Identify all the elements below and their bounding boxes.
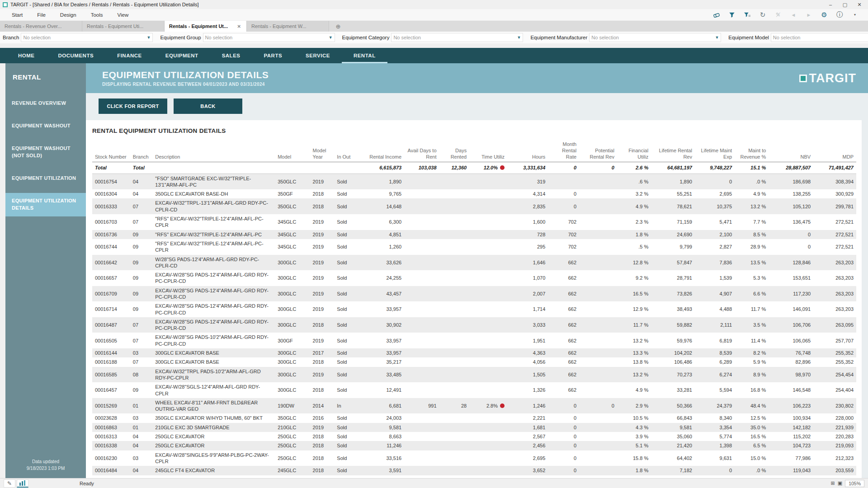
nav-item-home[interactable]: HOME [6,48,47,63]
fit-view-icon[interactable]: ▣ [838,480,842,486]
column-header[interactable]: Days Rented [439,141,470,162]
sidebar-item-equipment-washout[interactable]: EQUIPMENT WASHOUT [5,118,86,134]
cell: 257,707 [813,333,856,348]
column-header[interactable]: Model Year [310,141,335,162]
minimize-icon[interactable]: – [824,0,837,9]
column-header[interactable]: Potential Rental Rev [579,141,617,162]
table-row[interactable]: 0001665709EXCAV-W/28"SG PADS-12'4"ARM-AF… [92,270,856,286]
table-row[interactable]: 0001633307EXCAV-W/32"TRPL-13'1"ARM-AFL-G… [92,198,856,214]
edit-disabled-icon[interactable]: ✎̸ [772,10,784,20]
table-row[interactable]: 0001658508EXCAV-W/32"TRPL PADS-10'2"ARM-… [92,367,856,383]
table-row[interactable]: 0001526901WHEEL EXCAV-8'11" ARM-FRNT BLD… [92,398,856,414]
sidebar-item-revenue-overview[interactable]: REVENUE OVERVIEW [5,95,86,112]
filter-dropdown[interactable]: No selection▼ [391,33,523,42]
menu-item-start[interactable]: Start [5,10,30,19]
tab-close-icon[interactable]: ✕ [236,24,242,29]
sidebar-item-equipment-washout-not-sold-[interactable]: EQUIPMENT WASHOUT (NOT SOLD) [5,141,86,164]
more-caret-icon[interactable]: ▾ [849,10,861,20]
table-row[interactable]: 0001623003EXCAV-W/28"SINGLES-9'9"ARM-PLB… [92,450,856,466]
table-row[interactable]: 0001675404"FSO" SMARTGRADE EXC-W/32"TRIP… [92,174,856,189]
column-header[interactable]: Maint to Revenue % [735,141,769,162]
cell: 1,600 [507,214,548,230]
sidebar-item-equipment-utilization[interactable]: EQUIPMENT UTILIZATION [5,170,86,187]
close-icon[interactable]: ✕ [853,0,866,9]
refresh-icon[interactable]: ↻ [757,10,769,20]
table-row[interactable]: 0001686301210GLC EXC 3D SMARTGRADE210GLC… [92,423,856,432]
column-header[interactable]: Avail Days to Rent [404,141,439,162]
table-row[interactable]: 0001648404245GLC FT4 EXCAVATOR245GLC2018… [92,466,856,475]
column-header[interactable]: Financial Utiliz [617,141,651,162]
document-tab-2[interactable]: Rentals - Equipment Uti... [82,21,165,32]
table-row[interactable]: 0002362803350GLC EXCAVATOR W/HYD THUMB, … [92,413,856,422]
cell: 38,493 [651,301,695,317]
document-tab-1[interactable]: Rentals - Revenue Over... [0,21,82,32]
column-header[interactable]: Time Utiliz [469,141,507,162]
nav-item-service[interactable]: SERVICE [294,48,342,63]
filter-settings-icon[interactable] [741,10,753,20]
menu-item-design[interactable]: Design [53,10,84,19]
bar-chart-icon[interactable] [17,479,28,488]
new-tab-icon[interactable]: ⊕ [329,21,347,32]
table-row[interactable]: 0001670307"RFS" EXCAV-W/32"TRIPLE-12'4"A… [92,214,856,230]
filter-icon[interactable] [726,10,738,20]
column-header[interactable]: Lifetime Rental Rev [651,141,695,162]
window-title: TARGIT - [Shared / BIA for Dealers / Ren… [10,2,824,7]
nav-forward-icon[interactable]: ► [803,10,815,20]
eraser-icon[interactable] [711,10,722,20]
column-header[interactable]: Lifetime Maint Exp [695,141,735,162]
menu-item-file[interactable]: File [30,10,53,19]
table-row[interactable]: 0001645709EXCAV-W/28"SGLS-12'4"ARM-AFL-G… [92,382,856,398]
filter-dropdown[interactable]: No selection▼ [589,33,721,42]
info-icon[interactable]: ⓘ [834,10,845,20]
cell: 00016487 [92,317,130,333]
table-row[interactable]: 0001674409"RFS" EXCAV-W/32"TRIPLE-12'4"A… [92,239,856,255]
table-row[interactable]: 0001631304250GLC EXCAVATOR250GLC2018Sold… [92,432,856,441]
column-header[interactable]: Description [152,141,275,162]
menu-item-view[interactable]: View [110,10,136,19]
filter-dropdown[interactable]: No selection▼ [21,33,153,42]
table-row[interactable]: 0001630404350GLC EXCAVATOR BASE-DH350GF2… [92,189,856,198]
table-row[interactable]: 0001673609"RFS" EXCAV-W/32"TRIPLE-12'4"A… [92,230,856,239]
cell: 300GLC [275,348,310,357]
nav-item-sales[interactable]: SALES [210,48,252,63]
sidebar-item-equipment-utilization-details[interactable]: EQUIPMENT UTILIZATION DETAILS [5,193,86,216]
menu-item-tools[interactable]: Tools [84,10,110,19]
maximize-icon[interactable]: ▢ [838,0,852,9]
column-header[interactable]: NBV [769,141,813,162]
nav-item-documents[interactable]: DOCUMENTS [47,48,106,63]
table-row[interactable]: 0001650507EXCAV-W/28"SG PADS-10'2"ARM-AF… [92,333,856,348]
table-row[interactable]: 0001664209W/28"SG PADS-12'4"ARM-AFL-GRD … [92,255,856,271]
grid-view-icon[interactable]: ⊞ [831,480,835,486]
document-tab-3[interactable]: Rentals - Equipment Ut...✕ [165,21,247,32]
nav-item-parts[interactable]: PARTS [252,48,294,63]
table-row[interactable]: 0001670909EXCAV-W/28"SG PADS-12'4"ARM-AF… [92,286,856,302]
zoom-level[interactable]: 105% [845,480,864,487]
column-header[interactable]: MDP [813,141,856,162]
column-header[interactable]: Stock Number [92,141,130,162]
cell [469,413,507,422]
table-row[interactable]: 0001614403300GLC EXCAVATOR BASE300GLC201… [92,348,856,357]
gear-icon[interactable]: ⚙ [818,10,830,20]
cell [579,382,617,398]
nav-item-rental[interactable]: RENTAL [342,48,387,63]
nav-back-icon[interactable]: ◄ [788,10,799,20]
column-header[interactable]: Rental Income [363,141,404,162]
filter-dropdown[interactable]: No selection▼ [203,33,335,42]
nav-item-finance[interactable]: FINANCE [105,48,154,63]
column-header[interactable]: Hours [507,141,548,162]
table-row[interactable]: 0001633804250GLC EXCAVATOR250GLC2018Sold… [92,441,856,450]
table-row[interactable]: 0001618807300GLC EXCAVATOR BASE300GLC201… [92,357,856,366]
table-row[interactable]: 0001648707EXCAV-W/28"SG PADS-12'4"ARM-AF… [92,317,856,333]
cell: 8,539 [695,348,735,357]
document-tab-4[interactable]: Rentals - Equipment W... [247,21,329,32]
column-header[interactable]: In Out [334,141,362,162]
table-row[interactable]: 0001671409EXCAV-W/28"SG PADS-12'4"ARM-AF… [92,301,856,317]
back-button[interactable]: BACK [174,99,242,114]
column-header[interactable]: Branch [130,141,152,162]
filter-dropdown[interactable]: No selection▼ [771,33,868,42]
nav-item-equipment[interactable]: EQUIPMENT [154,48,210,63]
column-header[interactable]: Month Rental Rate [548,141,579,162]
pencil-icon[interactable]: ✎ [4,479,15,488]
column-header[interactable]: Model [275,141,310,162]
click-for-report-button[interactable]: CLICK FOR REPORT [99,99,167,114]
